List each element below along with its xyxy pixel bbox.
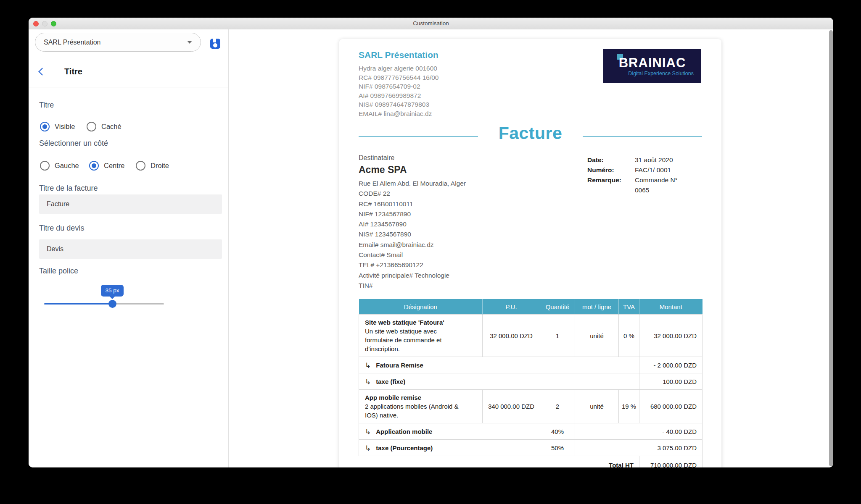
meta-remark-value: Commande N° 0065 [635,175,684,195]
radio-option-cache[interactable]: Caché [87,122,121,131]
title-line-right [583,136,702,137]
col-quantite: Quantité [540,299,575,315]
table-header-row: Désignation P.U. Quantité mot / ligne TV… [359,299,703,315]
subitem-label: Fatoura Remise [376,362,423,369]
recipient-line: Rue El Allem Abd. El Mouradia, Alger [359,178,466,189]
radio-label-visible[interactable]: Visible [55,123,75,131]
sub-arrow-icon: ↳ [365,428,371,436]
item-tva: 19 % [619,390,639,423]
back-button[interactable] [34,64,48,79]
recipient-details: Rue El Allem Abd. El Mouradia, Alger COD… [359,178,466,291]
item-pu: 340 000.00 DZD [483,390,540,423]
meta-date-label: Date: [587,155,635,165]
recipient-line: TIN# [359,281,466,291]
window-title: Customisation [29,18,833,29]
logo-tagline: Digital Experience Solutions [603,71,701,76]
invoice-preview-pane: SARL Présentation Hydra alger algerie 00… [229,29,833,467]
col-mot-ligne: mot / ligne [575,299,619,315]
total-amount: 710 000.00 DZD [639,456,703,468]
invoice-items-table: Désignation P.U. Quantité mot / ligne TV… [359,299,703,467]
item-qty: 2 [540,390,575,423]
recipient-line: Email# smail@brainiac.dz [359,240,466,250]
radio-option-gauche[interactable]: Gauche [40,161,79,170]
radio-icon-visible[interactable] [40,122,50,131]
recipient-line: AI# 1234567890 [359,219,466,229]
recipient-line: CODE# 22 [359,189,466,199]
table-row: App mobile remise 2 applications mobiles… [359,390,703,423]
recipient-line: Activité principale# Technologie [359,270,466,281]
radio-icon-cache[interactable] [87,122,96,131]
sub-arrow-icon: ↳ [365,444,371,453]
col-montant: Montant [639,299,703,315]
radio-icon-droite[interactable] [136,161,145,171]
quote-title-input[interactable] [39,239,222,259]
radio-option-droite[interactable]: Droite [136,161,169,170]
radio-label-cache[interactable]: Caché [101,123,121,131]
caret-down-icon [187,41,192,44]
template-select[interactable]: SARL Présentation [35,33,201,52]
meta-date-row: Date: 31 août 2020 [587,155,684,165]
subitem-label-cell: ↳Fatoura Remise [359,357,639,373]
title-line-left [359,136,478,137]
sub-arrow-icon: ↳ [365,378,371,386]
subitem-label: Application mobile [376,428,432,435]
font-size-slider-thumb[interactable] [108,300,116,308]
radio-icon-gauche[interactable] [40,161,50,171]
subitem-label-cell: ↳taxe (Pourcentage) [359,440,540,456]
subitem-pct: 40% [540,423,575,440]
titlebar: Customisation [29,18,833,30]
scrollbar-thumb[interactable] [829,30,833,466]
item-unit: unité [575,315,619,357]
radio-label-gauche[interactable]: Gauche [55,162,79,170]
table-row: ↳Fatoura Remise - 2 000.00 DZD [359,357,703,373]
font-size-slider-track[interactable] [44,303,164,304]
meta-number-value: FAC/1/ 0001 [635,165,684,175]
recipient-line: RC# 16B00110011 [359,199,466,209]
subitem-label: taxe (fixe) [376,378,405,385]
font-size-slider-fill [44,303,112,304]
table-row: Site web statique 'Fatoura' Un site web … [359,315,703,357]
radio-option-centre[interactable]: Centre [89,161,125,170]
subitem-amount: 3 075.00 DZD [575,440,703,456]
item-unit: unité [575,390,619,423]
meta-remark-label: Remarque: [587,175,635,195]
invoice-paper: SARL Présentation Hydra alger algerie 00… [339,39,721,467]
radio-option-visible[interactable]: Visible [40,122,75,131]
item-tva: 0 % [619,315,639,357]
company-line: AI# 09897669989872 [359,91,438,100]
font-size-label: Taille police [39,267,78,276]
item-pu: 32 000.00 DZD [483,315,540,357]
logo-brand-text: BRAINIAC [619,55,686,70]
invoice-title-label: Titre de la facture [39,184,98,193]
table-row: ↳taxe (Pourcentage) 50% 3 075.00 DZD [359,440,703,456]
save-button[interactable] [209,38,221,50]
item-qty: 1 [540,315,575,357]
recipient-line: Contact# Smail [359,250,466,260]
company-line: NIS# 098974647879803 [359,100,438,109]
customisation-window: Customisation SARL Présentation Titre Ti… [29,18,833,467]
item-designation: Site web statique 'Fatoura' Un site web … [359,315,483,357]
item-title: Site web statique 'Fatoura' [365,318,476,327]
col-tva: TVA [619,299,639,315]
subitem-label-cell: ↳taxe (fixe) [359,373,639,390]
quote-title-label: Titre du devis [39,224,84,233]
meta-date-value: 31 août 2020 [635,155,684,165]
item-description: 2 applications mobiles (Android & IOS) n… [365,402,462,420]
sub-arrow-icon: ↳ [365,361,371,370]
item-amount: 32 000.00 DZD [639,315,703,357]
radio-icon-centre[interactable] [89,161,99,171]
radio-label-centre[interactable]: Centre [104,162,125,170]
radio-label-droite[interactable]: Droite [151,162,169,170]
header-divider [54,56,54,87]
invoice-doc-title: Facture [339,123,721,143]
recipient-label: Destinataire [359,154,466,162]
company-line: Hydra alger algerie 001600 [359,64,438,73]
subitem-pct: 50% [540,440,575,456]
subitem-amount: - 40.00 DZD [575,423,703,440]
recipient-line: NIF# 1234567890 [359,209,466,219]
invoice-title-input[interactable] [39,194,222,214]
company-block: SARL Présentation Hydra alger algerie 00… [359,50,438,118]
total-label: Total HT [359,456,639,468]
invoice-meta: Date: 31 août 2020 Numéro: FAC/1/ 0001 R… [587,155,684,195]
company-details: Hydra alger algerie 001600 RC# 098777675… [359,64,438,118]
